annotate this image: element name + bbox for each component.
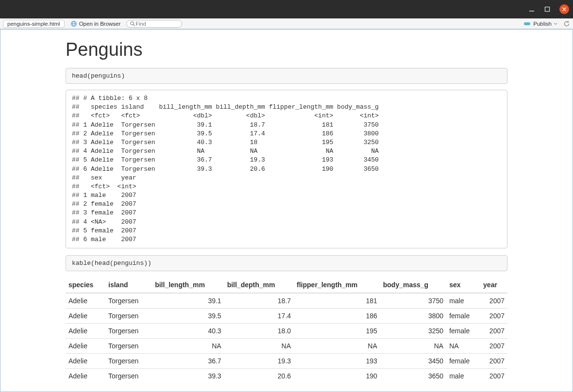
svg-point-5	[131, 21, 134, 24]
table-cell: 2007	[480, 339, 507, 354]
table-header-cell: species	[66, 277, 105, 293]
table-cell: NA	[224, 339, 294, 354]
table-cell: male	[446, 293, 480, 309]
table-cell: Adelie	[66, 293, 105, 309]
table-header-cell: bill_length_mm	[152, 277, 224, 293]
table-header-row: speciesislandbill_length_mmbill_depth_mm…	[66, 277, 507, 293]
kable-table: speciesislandbill_length_mmbill_depth_mm…	[66, 277, 507, 383]
open-in-browser-button[interactable]: Open in Browser	[67, 20, 124, 28]
table-cell: 190	[294, 369, 380, 384]
table-cell: 18.0	[224, 324, 294, 339]
table-cell: female	[446, 309, 480, 324]
table-cell: male	[446, 369, 480, 384]
code-block-1: head(penguins)	[66, 68, 507, 84]
viewer-toolbar: penguins-simple.html Open in Browser Pub…	[0, 18, 573, 29]
table-header-cell: island	[105, 277, 152, 293]
table-cell: 181	[294, 293, 380, 309]
table-cell: 3800	[380, 309, 446, 324]
table-header-cell: body_mass_g	[380, 277, 446, 293]
table-cell: 39.3	[152, 369, 224, 384]
table-cell: Torgersen	[105, 309, 152, 324]
svg-rect-9	[525, 22, 529, 25]
table-header-cell: year	[480, 277, 507, 293]
table-row: AdelieTorgersen40.318.01953250female2007	[66, 324, 507, 339]
table-cell: 186	[294, 309, 380, 324]
table-cell: Torgersen	[105, 369, 152, 384]
table-cell: 19.3	[224, 354, 294, 369]
table-cell: Adelie	[66, 354, 105, 369]
close-icon	[562, 7, 567, 12]
minimize-icon	[529, 6, 535, 12]
open-in-browser-label: Open in Browser	[79, 21, 121, 27]
table-cell: NA	[380, 339, 446, 354]
maximize-icon	[544, 6, 550, 12]
find-input[interactable]	[135, 21, 177, 27]
publish-icon	[523, 20, 531, 27]
search-icon	[130, 21, 135, 27]
table-row: AdelieTorgersen39.320.61903650male2007	[66, 369, 507, 384]
table-cell: Adelie	[66, 369, 105, 384]
table-header-cell: bill_depth_mm	[224, 277, 294, 293]
table-cell: 2007	[480, 369, 507, 384]
table-cell: Torgersen	[105, 324, 152, 339]
publish-label: Publish	[533, 21, 552, 27]
document-viewer[interactable]: Penguins head(penguins) ## # A tibble: 6…	[0, 29, 573, 392]
table-cell: 195	[294, 324, 380, 339]
table-cell: 193	[294, 354, 380, 369]
table-row: AdelieTorgersenNANANANANA2007	[66, 339, 507, 354]
table-row: AdelieTorgersen36.719.31933450female2007	[66, 354, 507, 369]
publish-button[interactable]: Publish	[521, 20, 560, 28]
table-cell: 2007	[480, 324, 507, 339]
table-cell: female	[446, 324, 480, 339]
page-title: Penguins	[66, 39, 507, 60]
table-cell: 2007	[480, 293, 507, 309]
table-cell: 36.7	[152, 354, 224, 369]
table-cell: Torgersen	[105, 339, 152, 354]
table-cell: 18.7	[224, 293, 294, 309]
maximize-button[interactable]	[544, 6, 551, 13]
table-cell: Adelie	[66, 309, 105, 324]
table-cell: Adelie	[66, 339, 105, 354]
table-cell: 3250	[380, 324, 446, 339]
table-cell: 3650	[380, 369, 446, 384]
table-cell: 39.5	[152, 309, 224, 324]
refresh-icon	[563, 20, 570, 27]
window-titlebar	[0, 0, 573, 18]
close-button[interactable]	[559, 4, 569, 14]
table-cell: 17.4	[224, 309, 294, 324]
minimize-button[interactable]	[528, 6, 535, 13]
table-cell: 2007	[480, 354, 507, 369]
find-box[interactable]	[126, 20, 182, 28]
document-body: Penguins head(penguins) ## # A tibble: 6…	[66, 30, 507, 392]
svg-rect-1	[545, 7, 550, 12]
chevron-down-icon	[554, 22, 557, 26]
table-cell: 3750	[380, 293, 446, 309]
table-header-cell: sex	[446, 277, 480, 293]
table-cell: 20.6	[224, 369, 294, 384]
table-cell: Torgersen	[105, 293, 152, 309]
browser-icon	[70, 20, 77, 27]
table-header-cell: flipper_length_mm	[294, 277, 380, 293]
table-cell: 39.1	[152, 293, 224, 309]
table-cell: NA	[294, 339, 380, 354]
table-row: AdelieTorgersen39.517.41863800female2007	[66, 309, 507, 324]
table-row: AdelieTorgersen39.118.71813750male2007	[66, 293, 507, 309]
table-cell: 2007	[480, 309, 507, 324]
table-cell: Torgersen	[105, 354, 152, 369]
table-cell: NA	[446, 339, 480, 354]
output-block-1: ## # A tibble: 6 x 8 ## species island b…	[66, 90, 507, 248]
refresh-button[interactable]	[563, 20, 570, 27]
filename-label: penguins-simple.html	[3, 20, 65, 28]
table-cell: Adelie	[66, 324, 105, 339]
table-cell: NA	[152, 339, 224, 354]
svg-line-6	[134, 24, 135, 26]
table-cell: 3450	[380, 354, 446, 369]
table-cell: female	[446, 354, 480, 369]
table-cell: 40.3	[152, 324, 224, 339]
svg-rect-0	[529, 11, 534, 12]
code-block-2: kable(head(penguins))	[66, 255, 507, 271]
